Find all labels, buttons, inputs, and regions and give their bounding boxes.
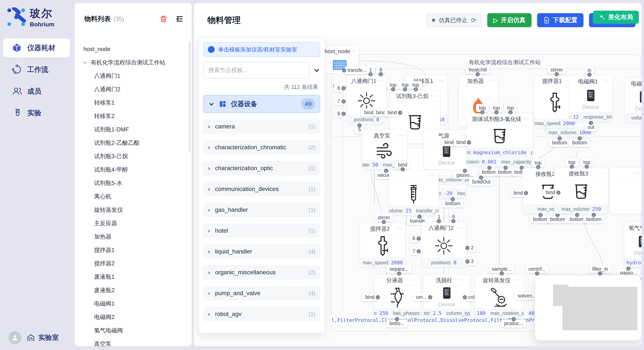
port-dot-icon[interactable]: › xyxy=(535,271,539,276)
port-dot-icon[interactable]: › xyxy=(536,165,540,169)
port-chip-top[interactable]: top› xyxy=(490,104,503,112)
port-dot-icon[interactable]: › xyxy=(480,110,484,114)
port-chip-top[interactable]: top› xyxy=(532,159,544,167)
node-menu-icon[interactable]: ⋯ xyxy=(456,222,464,233)
node-menu-icon[interactable]: ⋯ xyxy=(429,170,436,181)
canvas-node-洗脱柱[interactable]: 洗脱柱⋯Devicediameter:2.5column_type:sium..… xyxy=(423,274,470,318)
port-dot-icon[interactable]: › xyxy=(342,68,346,72)
port-chip-bind[interactable]: bind› xyxy=(395,161,410,169)
node-menu-icon[interactable]: ⋯ xyxy=(438,75,445,86)
port-dot-icon[interactable]: › xyxy=(524,191,528,195)
port-dot-icon[interactable]: › xyxy=(584,165,589,169)
port-dot-icon[interactable]: › xyxy=(512,317,516,321)
canvas-node-host_node[interactable]: host_node⋯transfe...› xyxy=(320,45,359,73)
port-chip-top[interactable]: top› xyxy=(409,81,422,89)
template-search-input[interactable] xyxy=(203,62,309,79)
sim-status-pill[interactable]: 仿真已停止 ⟳ xyxy=(426,13,482,27)
node-menu-icon[interactable]: ⋯ xyxy=(396,223,403,234)
port-dot-icon[interactable]: › xyxy=(451,197,455,201)
port-dot-icon[interactable]: › xyxy=(416,249,421,253)
port-chip-in[interactable]: in› xyxy=(584,66,594,74)
canvas-node-固体试剂瓶3-氯化镁[interactable]: 固体试剂瓶3-氯化镁⋯agent:magnesium_chloridephysp… xyxy=(466,113,533,167)
port-chip-6[interactable]: 6› xyxy=(410,234,418,242)
category-group-instruments[interactable]: 仪器设备 49 xyxy=(203,95,320,113)
materials-tree-item[interactable]: 转移泵2 xyxy=(74,110,192,122)
canvas-node-接收瓶3[interactable]: 接收瓶3⋯max_volume:250top›top›bottom›bottom… xyxy=(554,168,608,214)
materials-tree-item[interactable]: 搅拌器1 xyxy=(74,244,192,256)
port-chip-stirrer[interactable]: stirrer› xyxy=(374,214,393,222)
port-dot-icon[interactable]: › xyxy=(508,110,512,114)
materials-tree-item[interactable]: 试剂瓶1-DMF xyxy=(74,123,192,136)
port-chip-top[interactable]: top› xyxy=(476,104,489,112)
port-chip-produc[interactable]: produc...› xyxy=(501,320,526,328)
port-chip-top[interactable]: top› xyxy=(566,159,578,166)
port-dot-icon[interactable]: › xyxy=(400,167,405,172)
port-chip-botto[interactable]: botto...› xyxy=(386,320,408,328)
port-dot-icon[interactable]: › xyxy=(626,266,630,271)
port-dot-icon[interactable]: › xyxy=(418,214,422,219)
node-menu-icon[interactable]: ⋯ xyxy=(598,168,606,179)
port-dot-icon[interactable]: › xyxy=(575,213,579,217)
port-dot-icon[interactable]: › xyxy=(416,236,421,241)
port-chip-stirrer[interactable]: stirrer› xyxy=(548,66,566,74)
port-chip-bottom[interactable]: bottom› xyxy=(547,215,568,223)
port-dot-icon[interactable]: › xyxy=(342,112,346,116)
canvas-node-电磁阀1[interactable]: 电磁阀1⋯Devicevoltage:12response_time:0.1in… xyxy=(569,75,612,122)
sidebar-item-experiments[interactable]: 实验 xyxy=(4,104,70,122)
port-dot-icon[interactable]: › xyxy=(598,271,602,276)
template-category-characterization_optic[interactable]: ›characterization_optic(1) xyxy=(203,161,320,175)
port-chip-heatchill[interactable]: heatchill› xyxy=(466,66,490,74)
port-chip-8[interactable]: 8› xyxy=(376,66,385,74)
port-dot-icon[interactable]: › xyxy=(357,123,362,128)
port-chip-1[interactable]: 1› xyxy=(366,66,375,74)
canvas-node-八通阀门1[interactable]: 八通阀门1⋯positions:81›8›6›7›8›5› xyxy=(346,75,386,124)
materials-tree-item[interactable]: 有机化学流程综合测试工作站 xyxy=(74,56,192,69)
node-menu-icon[interactable]: ⋯ xyxy=(411,275,418,286)
download-config-button[interactable]: 下载配置 xyxy=(537,13,584,27)
port-chip-bind[interactable]: bind› xyxy=(362,293,377,301)
materials-tree-item[interactable]: 离心机 xyxy=(74,190,192,203)
port-dot-icon[interactable]: › xyxy=(391,87,395,91)
node-menu-icon[interactable]: ⋯ xyxy=(523,113,530,124)
port-chip-top[interactable]: top› xyxy=(504,104,517,112)
port-chip-8[interactable]: 8› xyxy=(334,110,343,118)
port-chip-top[interactable]: top› xyxy=(580,159,593,166)
template-category-robot_agv[interactable]: ›robot_agv(1) xyxy=(203,307,320,321)
canvas-node-气源[interactable]: 气源⋯Devicegasso...›bind› xyxy=(424,130,469,170)
node-menu-icon[interactable]: ⋯ xyxy=(430,90,438,101)
port-dot-icon[interactable]: › xyxy=(556,190,560,195)
sidebar-item-workflow[interactable]: 工作流 xyxy=(4,60,70,79)
port-chip-6[interactable]: 6› xyxy=(334,84,343,92)
template-category-pump_and_valve[interactable]: ›pump_and_valve(4) xyxy=(203,286,320,300)
materials-tree-item[interactable]: 八通阀门1 xyxy=(74,70,192,82)
preview-popup[interactable] xyxy=(535,276,642,341)
materials-tree-item[interactable]: 真空泵 xyxy=(74,338,192,346)
port-dot-icon[interactable]: › xyxy=(398,111,402,115)
port-dot-icon[interactable]: › xyxy=(414,87,418,91)
materials-tree-item[interactable]: 旋转蒸发仪 xyxy=(74,204,192,216)
materials-tree-item[interactable]: 试剂瓶3-己烷 xyxy=(74,150,192,163)
port-dot-icon[interactable]: › xyxy=(487,166,492,170)
port-dot-icon[interactable]: › xyxy=(465,246,470,250)
template-category-communication_devices[interactable]: ›communication_devices(1) xyxy=(203,182,320,196)
port-dot-icon[interactable]: › xyxy=(384,169,388,173)
materials-scrollbar[interactable] xyxy=(189,41,190,152)
node-menu-icon[interactable]: ⋯ xyxy=(377,75,384,86)
port-chip-3[interactable]: 3› xyxy=(468,257,476,265)
materials-tree-item[interactable]: 废液瓶2 xyxy=(74,284,192,296)
port-chip-bottom[interactable]: bottom› xyxy=(442,200,463,207)
template-category-liquid_handler[interactable]: ›liquid_handler(4) xyxy=(203,245,320,259)
canvas-node-氢气气源[interactable]: 氢气气源⋯Device_type:hydrogenmax_pregasso...… xyxy=(624,222,642,268)
port-dot-icon[interactable]: › xyxy=(570,165,574,169)
node-menu-icon[interactable]: ⋯ xyxy=(635,168,642,179)
port-dot-icon[interactable]: › xyxy=(494,110,498,114)
port-dot-icon[interactable]: › xyxy=(467,140,471,145)
canvas-node-八通阀门2[interactable]: 八通阀门2⋯positions:81›8›6›7›2›3› xyxy=(421,222,466,268)
port-dot-icon[interactable]: › xyxy=(578,136,582,141)
port-chip-7[interactable]: 7› xyxy=(410,247,418,255)
port-chip-top[interactable]: top› xyxy=(387,81,400,89)
port-dot-icon[interactable]: › xyxy=(395,317,399,321)
materials-tree-item[interactable]: 主反应器 xyxy=(74,217,192,229)
port-dot-icon[interactable]: › xyxy=(592,213,596,217)
port-dot-icon[interactable]: › xyxy=(587,72,592,77)
